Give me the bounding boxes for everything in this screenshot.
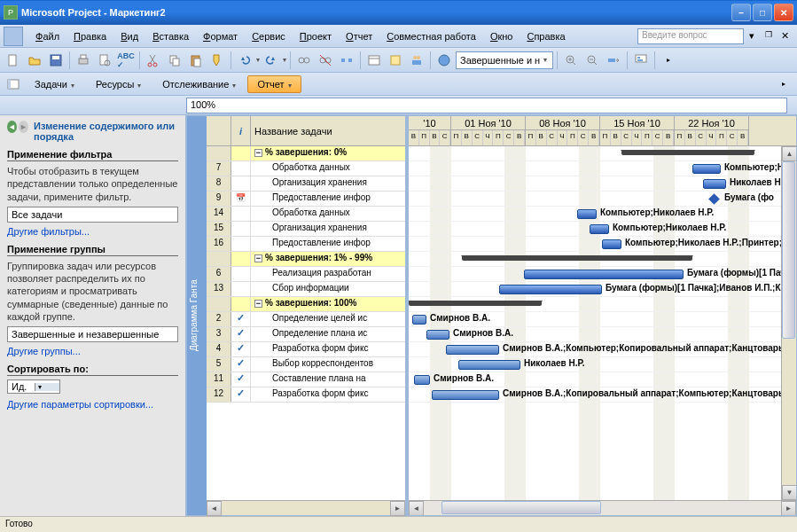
paste-button[interactable]: [186, 51, 206, 70]
task-notes-button[interactable]: [386, 51, 405, 70]
new-button[interactable]: [4, 51, 23, 70]
task-bar[interactable]: [426, 330, 449, 340]
gantt-row[interactable]: Смирнов В.А.;Копировальный аппарат;Компь…: [409, 387, 796, 403]
open-button[interactable]: [25, 51, 44, 70]
mdi-restore-icon[interactable]: ❐: [765, 30, 777, 43]
tab-report[interactable]: Отчет▾: [247, 75, 301, 93]
task-row[interactable]: 13Сбор информации: [207, 282, 405, 297]
redo-button[interactable]: [262, 51, 281, 70]
summary-bar[interactable]: [621, 150, 754, 155]
col-name[interactable]: Название задачи: [251, 116, 405, 145]
view-icon[interactable]: [4, 74, 23, 94]
more-filters-link[interactable]: Другие фильтры...: [7, 226, 178, 237]
gantt-row[interactable]: [409, 252, 796, 267]
summary-bar[interactable]: [409, 301, 542, 306]
task-row[interactable]: 3✓Определение плана ис: [207, 327, 405, 342]
gantt-hscroll[interactable]: ◄ ►: [409, 500, 796, 515]
gantt-row[interactable]: Смирнов В.А.: [409, 312, 796, 327]
task-row[interactable]: 15Организация хранения: [207, 222, 405, 237]
filter-input[interactable]: Все задачи: [7, 207, 178, 223]
gantt-row[interactable]: Компьютер;Николаев Н.Р.: [409, 207, 796, 222]
zoom-in-button[interactable]: [561, 51, 581, 70]
gantt-row[interactable]: Николаев Н: [409, 176, 796, 192]
copy-button[interactable]: [165, 51, 184, 70]
task-bar[interactable]: [412, 315, 426, 325]
task-bar[interactable]: [602, 239, 621, 249]
gantt-row[interactable]: [409, 146, 796, 161]
col-indicators[interactable]: i: [231, 116, 251, 145]
menu-item[interactable]: Окно: [483, 27, 520, 45]
task-bar[interactable]: [432, 390, 499, 400]
menu-item[interactable]: Вид: [113, 27, 145, 45]
menu-item[interactable]: Отчет: [339, 27, 379, 45]
menu-item[interactable]: Справка: [520, 27, 572, 45]
gantt-scroll-right-icon[interactable]: ►: [781, 501, 796, 515]
grid-hscroll[interactable]: ◄ ►: [207, 500, 405, 515]
more-groups-link[interactable]: Другие группы...: [7, 346, 178, 356]
task-row[interactable]: 11✓Составление плана на: [207, 372, 405, 387]
spelling-button[interactable]: ABC✓: [116, 51, 136, 70]
task-bar[interactable]: [499, 285, 602, 294]
copy-picture-button[interactable]: [631, 51, 651, 70]
menu-item[interactable]: Формат: [196, 27, 245, 45]
split-task-button[interactable]: [337, 51, 356, 70]
summary-bar[interactable]: [462, 255, 692, 261]
gantt-row[interactable]: Смирнов В.А.: [409, 372, 796, 387]
task-row[interactable]: 6Реализация разработан: [207, 267, 405, 282]
minimize-button[interactable]: –: [731, 4, 751, 21]
menu-item[interactable]: Вставка: [145, 27, 196, 45]
milestone-icon[interactable]: [708, 193, 720, 205]
gantt-row[interactable]: Бумага (фо: [409, 192, 796, 207]
entry-field[interactable]: 100%: [186, 98, 787, 113]
gantt-row[interactable]: Бумага (формы)[1 Пач: [409, 267, 796, 282]
undo-dropdown[interactable]: ▾: [256, 56, 260, 64]
task-row[interactable]: 2✓Определение целей ис: [207, 312, 405, 327]
zoom-out-button[interactable]: [582, 51, 602, 70]
publish-button[interactable]: [434, 51, 454, 70]
print-button[interactable]: [74, 51, 93, 70]
task-row[interactable]: 16Предоставление инфор: [207, 237, 405, 252]
gantt-row[interactable]: Компьютер;Ни: [409, 161, 796, 176]
scroll-left-icon[interactable]: ◄: [207, 501, 222, 516]
gantt-row[interactable]: Компьютер;Николаев Н.Р.;Принтер;: [409, 237, 796, 252]
task-bar[interactable]: [446, 345, 499, 355]
menu-item[interactable]: Совместная работа: [379, 27, 483, 45]
gantt-row[interactable]: Бумага (формы)[1 Пачка];Иванов И.П.;Кан: [409, 282, 796, 297]
task-bar[interactable]: [590, 224, 609, 234]
menu-item[interactable]: Файл: [28, 27, 66, 45]
menu-item[interactable]: Сервис: [245, 27, 293, 45]
task-row[interactable]: 12✓Разработка форм фикс: [207, 387, 405, 403]
task-row[interactable]: 7Обработка данных: [207, 161, 405, 176]
task-row[interactable]: 9📅Предоставление инфор: [207, 192, 405, 207]
filter-selector[interactable]: Завершенные и н▾: [456, 51, 553, 69]
task-row[interactable]: 5✓Выбор корреспондентов: [207, 357, 405, 372]
sort-select[interactable]: Ид.▾: [7, 379, 60, 394]
toolbar-options[interactable]: ▸: [659, 51, 678, 70]
scroll-right-icon[interactable]: ►: [390, 501, 405, 516]
gantt-scroll-left-icon[interactable]: ◄: [409, 501, 424, 515]
gantt-row[interactable]: Николаев Н.Р.: [409, 357, 796, 372]
redo-dropdown[interactable]: ▾: [283, 56, 286, 64]
menu-item[interactable]: Проект: [293, 27, 339, 45]
task-bar[interactable]: [458, 360, 520, 370]
tab-resources[interactable]: Ресурсы▾: [86, 75, 151, 93]
task-row[interactable]: 8Организация хранения: [207, 176, 405, 192]
nav-forward-icon[interactable]: ►: [19, 121, 28, 133]
task-info-button[interactable]: [364, 51, 384, 70]
link-button[interactable]: [294, 51, 314, 70]
col-id[interactable]: [207, 116, 231, 145]
task-bar[interactable]: [524, 270, 684, 279]
scroll-down-icon[interactable]: ▼: [782, 485, 796, 500]
gantt-row[interactable]: [409, 297, 796, 312]
group-row[interactable]: −% завершения: 0%: [207, 146, 405, 161]
group-input[interactable]: Завершенные и незавершенные: [7, 326, 178, 342]
gantt-row[interactable]: Компьютер;Николаев Н.Р.: [409, 222, 796, 237]
maximize-button[interactable]: □: [753, 4, 772, 21]
save-button[interactable]: [46, 51, 66, 70]
tab-tasks[interactable]: Задачи▾: [25, 75, 84, 93]
app-menu-icon[interactable]: [4, 27, 23, 46]
gantt-vscroll[interactable]: ▲ ▼: [781, 146, 796, 500]
more-sort-link[interactable]: Другие параметры сортировки...: [7, 399, 178, 410]
scroll-up-icon[interactable]: ▲: [782, 146, 796, 161]
group-row[interactable]: −% завершения: 1% - 99%: [207, 252, 405, 267]
